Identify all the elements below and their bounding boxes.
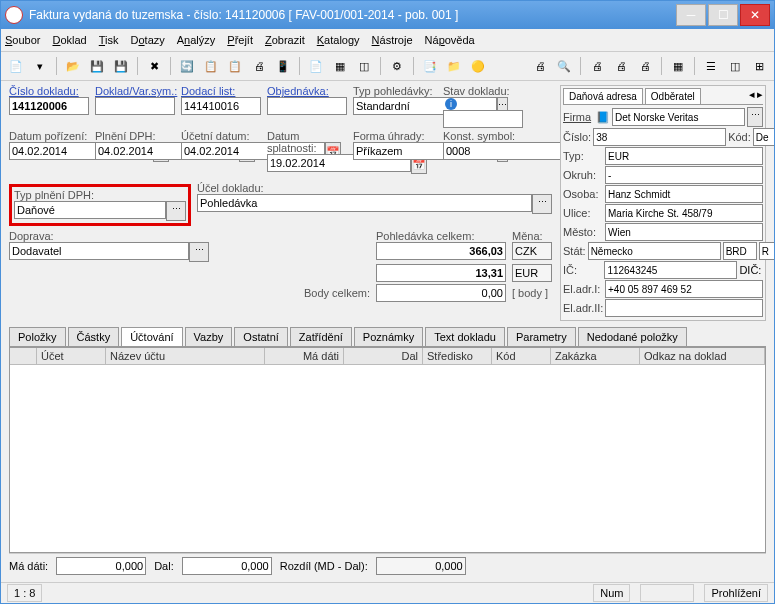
label-objednavka[interactable]: Objednávka: — [267, 85, 347, 97]
body-celkem-input[interactable] — [376, 284, 506, 302]
printer1-icon[interactable]: 🖨 — [529, 55, 551, 77]
pohledavka-eur-input[interactable] — [376, 264, 506, 282]
dodaci-list-input[interactable] — [181, 97, 261, 115]
addr-ic[interactable] — [604, 261, 737, 279]
menu-analyzy[interactable]: Analýzy — [177, 34, 216, 46]
gridview-icon[interactable]: ▦ — [667, 55, 689, 77]
menu-doklad[interactable]: Doklad — [52, 34, 86, 46]
printer3-icon[interactable]: 🖨 — [610, 55, 632, 77]
col-blank[interactable] — [10, 348, 37, 364]
tab-textdokladu[interactable]: Text dokladu — [425, 327, 505, 346]
tab-parametry[interactable]: Parametry — [507, 327, 576, 346]
addr-osoba[interactable] — [605, 185, 763, 203]
toolex1-icon[interactable]: 📑 — [419, 55, 441, 77]
accounting-grid[interactable]: Účet Název účtu Má dáti Dal Středisko Kó… — [9, 347, 766, 553]
pohledavka-czk-input[interactable] — [376, 242, 506, 260]
addr-firma-label[interactable]: Firma — [563, 111, 594, 123]
save-icon[interactable]: 💾 — [86, 55, 108, 77]
menu-dotazy[interactable]: Dotazy — [131, 34, 165, 46]
tab-uctovani[interactable]: Účtování — [121, 327, 182, 346]
grid-body[interactable] — [10, 365, 765, 552]
menu-nastroje[interactable]: Nástroje — [372, 34, 413, 46]
tab-nedodane[interactable]: Nedodané položky — [578, 327, 687, 346]
info-icon[interactable]: i — [445, 98, 457, 110]
tab-castky[interactable]: Částky — [68, 327, 120, 346]
addr-stat-r[interactable] — [759, 242, 774, 260]
addr-ulice[interactable] — [605, 204, 763, 222]
tab-poznamky[interactable]: Poznámky — [354, 327, 423, 346]
copy-icon[interactable]: 📋 — [200, 55, 222, 77]
menu-prejit[interactable]: Přejít — [227, 34, 253, 46]
typ-plneni-dph-lookup[interactable]: ⋯ — [166, 201, 186, 221]
addr-stat-kod[interactable] — [723, 242, 757, 260]
col-madati[interactable]: Má dáti — [265, 348, 344, 364]
col-odkaz[interactable]: Odkaz na doklad — [640, 348, 765, 364]
col-stredisko[interactable]: Středisko — [423, 348, 492, 364]
addr-tab-danova[interactable]: Daňová adresa — [563, 88, 643, 104]
addr-firma[interactable] — [612, 108, 745, 126]
label-dodaci-list[interactable]: Dodací list: — [181, 85, 261, 97]
cislo-dokladu-input[interactable] — [9, 97, 89, 115]
layout2-icon[interactable]: ◫ — [724, 55, 746, 77]
toolnext1-icon[interactable]: 📄 — [305, 55, 327, 77]
ucel-dokladu-lookup[interactable]: ⋯ — [532, 194, 552, 214]
label-cislo-dokladu[interactable]: Číslo dokladu: — [9, 85, 89, 97]
addr-tab-odberatel[interactable]: Odběratel — [645, 88, 701, 104]
label-doklad-varsym[interactable]: Doklad/Var.sym.: — [95, 85, 175, 97]
col-kod[interactable]: Kód — [492, 348, 551, 364]
col-zakazka[interactable]: Zakázka — [551, 348, 640, 364]
layout1-icon[interactable]: ☰ — [700, 55, 722, 77]
addr-stat[interactable] — [588, 242, 721, 260]
col-nazev[interactable]: Název účtu — [106, 348, 265, 364]
addr-eladr2[interactable] — [605, 299, 763, 317]
menu-soubor[interactable]: Soubor — [5, 34, 40, 46]
open-icon[interactable]: 📂 — [62, 55, 84, 77]
menu-katalogy[interactable]: Katalogy — [317, 34, 360, 46]
minimize-button[interactable]: ─ — [676, 4, 706, 26]
addr-scroll-left[interactable]: ◂ — [749, 88, 755, 104]
tab-polozky[interactable]: Položky — [9, 327, 66, 346]
menu-tisk[interactable]: Tisk — [99, 34, 119, 46]
addr-scroll-right[interactable]: ▸ — [757, 88, 763, 104]
addr-typ[interactable] — [605, 147, 763, 165]
ucel-dokladu-input[interactable] — [197, 194, 532, 212]
printer4-icon[interactable]: 🖨 — [634, 55, 656, 77]
tab-vazby[interactable]: Vazby — [185, 327, 233, 346]
addr-kod[interactable] — [753, 128, 774, 146]
tab-ostatni[interactable]: Ostatní — [234, 327, 287, 346]
print-icon[interactable]: 🖨 — [248, 55, 270, 77]
addr-firma-lookup[interactable]: ⋯ — [747, 107, 763, 127]
refresh-icon[interactable]: 🔄 — [176, 55, 198, 77]
menu-zobrazit[interactable]: Zobrazit — [265, 34, 305, 46]
close-button[interactable]: ✕ — [740, 4, 770, 26]
toolex2-icon[interactable]: 📁 — [443, 55, 465, 77]
book-icon[interactable]: 📘 — [596, 111, 610, 124]
toolnext2-icon[interactable]: ▦ — [329, 55, 351, 77]
toolnext3-icon[interactable]: ◫ — [353, 55, 375, 77]
addr-okruh[interactable] — [605, 166, 763, 184]
preview-icon[interactable]: 🔍 — [553, 55, 575, 77]
printer2-icon[interactable]: 🖨 — [586, 55, 608, 77]
stav-dokladu-input[interactable] — [443, 110, 523, 128]
layout3-icon[interactable]: ⊞ — [748, 55, 770, 77]
dropdown-icon[interactable]: ▾ — [29, 55, 51, 77]
sms-icon[interactable]: 📱 — [272, 55, 294, 77]
toolex3-icon[interactable]: 🟡 — [467, 55, 489, 77]
new-icon[interactable]: 📄 — [5, 55, 27, 77]
save2-icon[interactable]: 💾 — [110, 55, 132, 77]
tab-zatrideni[interactable]: Zatřídění — [290, 327, 352, 346]
gear-icon[interactable]: ⚙ — [386, 55, 408, 77]
doprava-lookup[interactable]: ⋯ — [189, 242, 209, 262]
copy2-icon[interactable]: 📋 — [224, 55, 246, 77]
maximize-button[interactable]: ☐ — [708, 4, 738, 26]
addr-eladr1[interactable] — [605, 280, 763, 298]
col-ucet[interactable]: Účet — [37, 348, 106, 364]
addr-mesto[interactable] — [605, 223, 763, 241]
menu-napoveda[interactable]: Nápověda — [425, 34, 475, 46]
col-dal[interactable]: Dal — [344, 348, 423, 364]
objednavka-input[interactable] — [267, 97, 347, 115]
doprava-input[interactable] — [9, 242, 189, 260]
typ-plneni-dph-input[interactable] — [14, 201, 166, 219]
doklad-varsym-input[interactable] — [95, 97, 175, 115]
delete-icon[interactable]: ✖ — [143, 55, 165, 77]
